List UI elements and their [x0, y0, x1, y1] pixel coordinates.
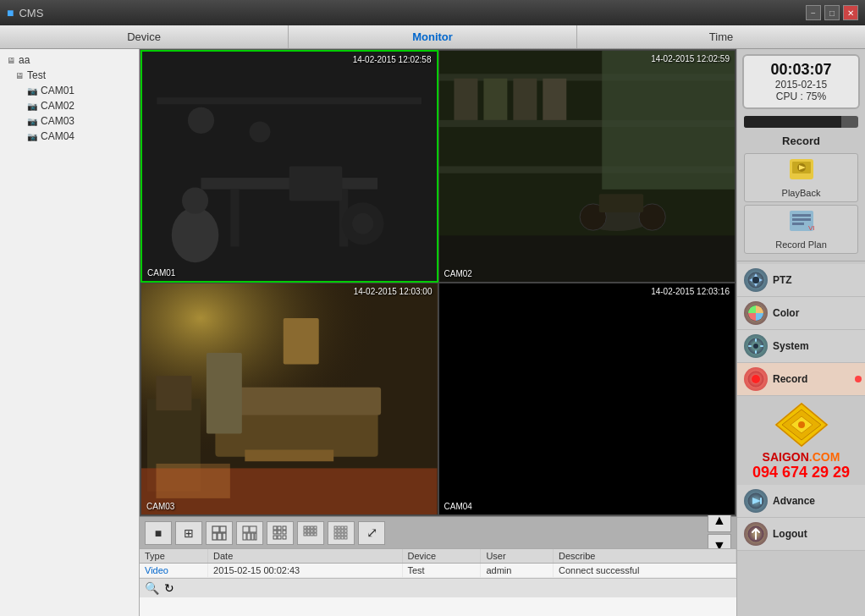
- right-panel: 00:03:07 2015-02-15 CPU : 75% Record: [736, 49, 865, 616]
- refresh-icon[interactable]: ↻: [164, 581, 174, 595]
- svg-rect-39: [212, 533, 217, 540]
- camera-cell-2[interactable]: 14-02-2015 12:02:59 CAM02: [438, 50, 736, 283]
- sidebar-item-cam04[interactable]: 📷 CAM04: [0, 129, 139, 144]
- svg-rect-55: [278, 536, 281, 539]
- titlebar-left: ■ CMS: [7, 6, 43, 19]
- saigon-logo: SAIGON.COM 094 674 29 29: [737, 396, 865, 485]
- svg-point-11: [352, 213, 373, 234]
- svg-rect-40: [218, 533, 222, 540]
- titlebar-controls[interactable]: − □ ✕: [806, 5, 858, 20]
- svg-rect-82: [338, 536, 340, 539]
- cam4-label: CAM04: [444, 502, 472, 511]
- cam-icon-2: 📷: [27, 102, 37, 111]
- active-indicator: [855, 376, 862, 382]
- sidebar-item-cam01[interactable]: 📷 CAM01: [0, 83, 139, 98]
- record-plan-icon: VIDEO: [788, 209, 815, 238]
- svg-rect-104: [755, 350, 757, 354]
- cam-icon-3: 📷: [27, 117, 37, 126]
- sidebar-aa-label: aa: [19, 54, 30, 66]
- svg-rect-32: [156, 376, 191, 410]
- tb-4view[interactable]: ⊞: [175, 521, 202, 545]
- svg-rect-38: [220, 526, 226, 532]
- color-button[interactable]: Color: [737, 297, 865, 330]
- cam4-timestamp: 14-02-2015 12:03:16: [651, 287, 730, 296]
- tb-16view[interactable]: [328, 521, 355, 545]
- svg-rect-81: [334, 536, 337, 539]
- svg-rect-105: [748, 345, 752, 347]
- playback-button[interactable]: PlayBack: [744, 153, 858, 202]
- log-col-describe: Describe: [554, 549, 736, 564]
- tb-6view[interactable]: [206, 521, 233, 545]
- log-row: Video 2015-02-15 00:02:43 Test admin Con…: [140, 564, 736, 578]
- tab-monitor[interactable]: Monitor: [289, 25, 577, 48]
- sidebar-item-test[interactable]: 🖥 Test: [0, 68, 139, 83]
- svg-rect-57: [304, 526, 306, 529]
- cam3-scene: [141, 283, 438, 514]
- svg-rect-116: [760, 498, 762, 504]
- svg-rect-73: [334, 530, 337, 532]
- tb-fullscreen[interactable]: ⤢: [358, 521, 385, 545]
- maximize-button[interactable]: □: [824, 5, 840, 20]
- svg-point-9: [182, 188, 208, 214]
- sidebar-item-cam02[interactable]: 📷 CAM02: [0, 98, 139, 113]
- svg-rect-92: [792, 223, 804, 225]
- svg-rect-53: [283, 531, 286, 534]
- sidebar-item-aa[interactable]: 🖥 aa: [0, 52, 139, 68]
- svg-rect-64: [314, 530, 317, 532]
- ptz-button[interactable]: PTZ: [737, 264, 865, 297]
- svg-rect-5: [157, 97, 421, 104]
- close-button[interactable]: ✕: [843, 5, 858, 20]
- svg-rect-30: [245, 450, 333, 462]
- record-action-button[interactable]: Record: [737, 363, 865, 396]
- ptz-label: PTZ: [773, 274, 792, 286]
- svg-rect-16: [454, 79, 477, 120]
- camera-cell-1[interactable]: 14-02-2015 12:02:58 CAM01: [140, 50, 438, 283]
- tb-single-view[interactable]: ■: [145, 521, 172, 545]
- svg-rect-37: [212, 526, 219, 532]
- svg-rect-63: [311, 530, 313, 532]
- svg-rect-23: [598, 194, 642, 212]
- svg-rect-54: [273, 536, 277, 539]
- svg-text:VIDEO: VIDEO: [808, 224, 815, 232]
- camera-grid: 14-02-2015 12:02:58 CAM01: [140, 49, 736, 516]
- log-area: Type Date Device User Describe Video 201…: [140, 548, 736, 616]
- svg-point-95: [752, 277, 759, 283]
- tab-time[interactable]: Time: [577, 25, 865, 48]
- logout-button[interactable]: Logout: [737, 518, 865, 551]
- record-plan-label: Record Plan: [775, 239, 827, 250]
- svg-rect-52: [278, 531, 281, 534]
- camera-cell-4[interactable]: 14-02-2015 12:03:16 CAM04: [438, 283, 736, 515]
- log-date: 2015-02-15 00:02:43: [208, 564, 402, 578]
- tb-12view[interactable]: [297, 521, 324, 545]
- cam1-label: CAM01: [147, 268, 175, 278]
- toolbar: ■ ⊞: [140, 516, 736, 548]
- svg-rect-78: [338, 533, 340, 536]
- svg-rect-106: [760, 345, 763, 347]
- svg-rect-84: [344, 536, 347, 539]
- sidebar-group: 🖥 aa 🖥 Test 📷 CAM01 📷 CAM02 📷 CAM03 📷: [0, 49, 139, 147]
- svg-rect-76: [344, 530, 347, 532]
- svg-rect-83: [341, 536, 344, 539]
- advance-button[interactable]: Advance: [737, 485, 865, 518]
- system-button[interactable]: System: [737, 330, 865, 363]
- saigon-brand-text: SAIGON.COM: [763, 450, 840, 464]
- sidebar: 🖥 aa 🖥 Test 📷 CAM01 📷 CAM02 📷 CAM03 📷: [0, 49, 140, 616]
- sidebar-cam01-label: CAM01: [41, 85, 74, 96]
- folder-icon: 🖥: [7, 56, 15, 65]
- sidebar-item-cam03[interactable]: 📷 CAM03: [0, 113, 139, 129]
- record-plan-button[interactable]: VIDEO Record Plan: [744, 205, 858, 254]
- progress-bar: [744, 116, 841, 128]
- status-cpu: CPU : 75%: [749, 91, 853, 102]
- tb-8view[interactable]: [236, 521, 263, 545]
- minimize-button[interactable]: −: [806, 5, 821, 20]
- svg-rect-43: [250, 526, 256, 532]
- svg-rect-51: [273, 531, 277, 534]
- log-table: Type Date Device User Describe Video 201…: [140, 549, 736, 578]
- cam3-timestamp: 14-02-2015 12:03:00: [354, 287, 432, 296]
- tb-9view[interactable]: [267, 521, 294, 545]
- tab-device[interactable]: Device: [0, 25, 289, 48]
- svg-rect-90: [792, 214, 811, 217]
- record-action-icon: [744, 367, 768, 391]
- camera-cell-3[interactable]: 14-02-2015 12:03:00 CAM03: [140, 283, 438, 515]
- log-col-type: Type: [140, 549, 208, 564]
